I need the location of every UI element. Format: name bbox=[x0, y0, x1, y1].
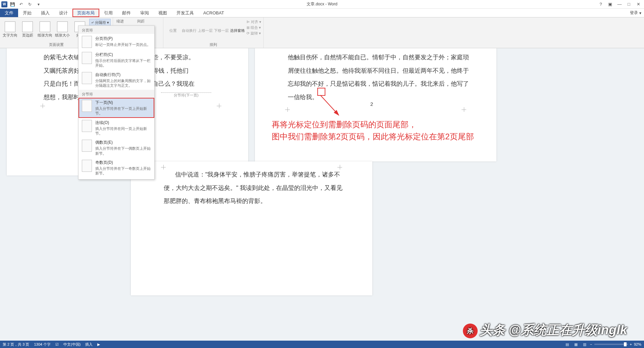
menu-item-odd-page[interactable]: 奇数页(D)插入分节符并在下一奇数页上开始新节。 bbox=[78, 158, 154, 178]
tab-file[interactable]: 文件 bbox=[0, 9, 18, 17]
tab-review[interactable]: 审阅 bbox=[136, 9, 154, 17]
breaks-dropdown[interactable]: ⤶ 分隔符 ▾ bbox=[89, 19, 111, 26]
doc-text: 信中说道："我身体平安，惟膀子疼痛厉害，举箸提笔，诸多不 便，大约大去之期不远矣… bbox=[175, 168, 353, 208]
menu-item-column-break[interactable]: 分栏符(C)指示分栏符后面的文字将从下一栏开始。 bbox=[78, 50, 154, 70]
status-insert-mode[interactable]: 插入 bbox=[85, 342, 93, 347]
column-break-icon bbox=[82, 52, 92, 64]
watermark: 头条 @系统正在升级inglk bbox=[463, 322, 627, 339]
view-web-layout-button[interactable]: ▥ bbox=[581, 341, 588, 347]
menu-item-continuous[interactable]: 连续(O)插入分节符并在同一页上开始新节。 bbox=[78, 118, 154, 138]
status-proofing-icon[interactable]: ☑ bbox=[55, 342, 59, 347]
indent-label: 缩进 bbox=[116, 19, 124, 24]
menu-item-next-page[interactable]: 下一页(N)插入分节符并在下一页上开始新节。 bbox=[78, 98, 154, 118]
menu-item-page-break[interactable]: 分页符(P)标记一页终止并开始下一页的点。 bbox=[78, 34, 154, 50]
status-language[interactable]: 中文(中国) bbox=[63, 342, 80, 347]
breaks-menu: 分页符 分页符(P)标记一页终止并开始下一页的点。 分栏符(C)指示分栏符后面的… bbox=[78, 25, 155, 180]
view-print-layout-button[interactable]: ▦ bbox=[573, 341, 579, 347]
menu-section-section-breaks: 分节符 bbox=[78, 90, 154, 98]
size-button[interactable]: 纸张大小 bbox=[54, 18, 70, 41]
margins-button[interactable]: 页边距 bbox=[19, 18, 36, 41]
selection-pane-button[interactable]: 选择窗格 bbox=[230, 18, 245, 33]
spacing-label: 间距 bbox=[137, 19, 145, 24]
menu-item-even-page[interactable]: 偶数页(E)插入分节符并在下一偶数页上开始新节。 bbox=[78, 138, 154, 158]
quick-access-toolbar: W 💾 ↶ ↻ ▾ bbox=[0, 1, 42, 8]
section-break-indicator: 分节符(下一页) bbox=[161, 92, 211, 98]
save-button[interactable]: 💾 bbox=[9, 1, 16, 8]
minimize-button[interactable]: — bbox=[615, 1, 624, 8]
window-controls: ? ▣ — □ ✕ bbox=[596, 1, 643, 8]
watermark-logo-icon bbox=[463, 324, 478, 338]
rotate-button[interactable]: ⟳ 旋转 ▾ bbox=[247, 31, 261, 36]
tab-home[interactable]: 开始 bbox=[18, 9, 36, 17]
tab-page-layout[interactable]: 页面布局 bbox=[72, 9, 99, 17]
wrap-text-button[interactable]: 自动换行 bbox=[181, 18, 197, 33]
annotation-text: 再将光标定位到需删除页码的页面尾部， 图中我们需删除第2页页码，因此将光标定位在… bbox=[272, 119, 474, 143]
login-link[interactable]: 登录 ▾ bbox=[630, 9, 641, 17]
ribbon-display-button[interactable]: ▣ bbox=[606, 1, 614, 8]
status-word-count[interactable]: 1304 个字 bbox=[34, 342, 51, 347]
orientation-button[interactable]: 纸张方向 bbox=[37, 18, 53, 41]
zoom-slider[interactable] bbox=[594, 344, 628, 345]
group-label-arrange: 排列 bbox=[165, 42, 261, 48]
zoom-level[interactable]: 92% bbox=[634, 342, 641, 346]
tab-design[interactable]: 设计 bbox=[54, 9, 72, 17]
qat-customize-button[interactable]: ▾ bbox=[35, 1, 42, 8]
text-direction-button[interactable]: 文字方向 bbox=[2, 18, 18, 41]
text-wrap-break-icon bbox=[82, 72, 92, 84]
word-icon: W bbox=[1, 1, 7, 7]
undo-button[interactable]: ↶ bbox=[17, 1, 25, 8]
send-backward-button[interactable]: 下移一层 bbox=[214, 18, 229, 33]
tab-references[interactable]: 引用 bbox=[99, 9, 117, 17]
crop-mark-icon bbox=[217, 103, 221, 108]
ribbon-tabs: 文件 开始 插入 设计 页面布局 引用 邮件 审阅 视图 开发工具 ACROBA… bbox=[0, 9, 644, 17]
annotation-arrow bbox=[317, 93, 344, 120]
menu-item-text-wrapping-break[interactable]: 自动换行符(T)分隔网页上的对象周围的文字，如分隔题注文字与正文。 bbox=[78, 70, 154, 90]
zoom-in-button[interactable]: + bbox=[630, 342, 632, 346]
title-bar: W 💾 ↶ ↻ ▾ 文章.docx - Word ? ▣ — □ ✕ bbox=[0, 0, 644, 9]
page-3: 信中说道："我身体平安，惟膀子疼痛厉害，举箸提笔，诸多不 便，大约大去之期不远矣… bbox=[131, 161, 372, 295]
next-page-break-icon bbox=[82, 100, 92, 112]
maximize-button[interactable]: □ bbox=[625, 1, 633, 8]
tab-developer[interactable]: 开发工具 bbox=[172, 9, 199, 17]
continuous-break-icon bbox=[82, 120, 92, 132]
align-button[interactable]: ⊫ 对齐 ▾ bbox=[247, 19, 261, 24]
page-break-icon bbox=[82, 36, 92, 48]
tab-mailings[interactable]: 邮件 bbox=[117, 9, 136, 17]
group-arrange: 位置 自动换行 上移一层 下移一层 选择窗格 ⊫ 对齐 ▾ ⊞ 组合 ▾ ⟳ 旋… bbox=[163, 17, 264, 48]
close-button[interactable]: ✕ bbox=[634, 1, 643, 8]
redo-button[interactable]: ↻ bbox=[26, 1, 34, 8]
tab-insert[interactable]: 插入 bbox=[36, 9, 54, 17]
position-button[interactable]: 位置 bbox=[165, 18, 181, 33]
group-objects-button[interactable]: ⊞ 组合 ▾ bbox=[247, 25, 261, 30]
status-bar: 第 2 页，共 3 页 1304 个字 ☑ 中文(中国) 插入 ▶ ▤ ▦ ▥ … bbox=[0, 341, 644, 348]
crop-mark-icon bbox=[40, 103, 45, 108]
even-page-break-icon bbox=[82, 140, 92, 152]
status-macro-icon[interactable]: ▶ bbox=[97, 342, 100, 347]
crop-mark-icon bbox=[285, 107, 290, 112]
menu-section-page-breaks: 分页符 bbox=[78, 26, 154, 34]
tab-acrobat[interactable]: ACROBAT bbox=[199, 9, 229, 17]
svg-line-0 bbox=[320, 95, 339, 115]
tab-view[interactable]: 视图 bbox=[154, 9, 172, 17]
page-number: 2 bbox=[370, 101, 373, 107]
crop-mark-icon bbox=[462, 107, 466, 112]
help-button[interactable]: ? bbox=[596, 1, 605, 8]
crop-mark-icon bbox=[161, 165, 166, 169]
view-read-mode-button[interactable]: ▤ bbox=[564, 341, 571, 347]
doc-text: 他触目伤怀，自然情不能自已。情郁于中，自然要发之于外；家庭琐 屑便往往触他之怒。… bbox=[288, 51, 476, 104]
zoom-out-button[interactable]: − bbox=[590, 342, 592, 346]
bring-forward-button[interactable]: 上移一层 bbox=[198, 18, 213, 33]
window-title: 文章.docx - Word bbox=[307, 1, 337, 7]
odd-page-break-icon bbox=[82, 160, 92, 172]
status-page[interactable]: 第 2 页，共 3 页 bbox=[3, 342, 29, 347]
page-2: 他触目伤怀，自然情不能自已。情郁于中，自然要发之于外；家庭琐 屑便往往触他之怒。… bbox=[255, 48, 496, 161]
